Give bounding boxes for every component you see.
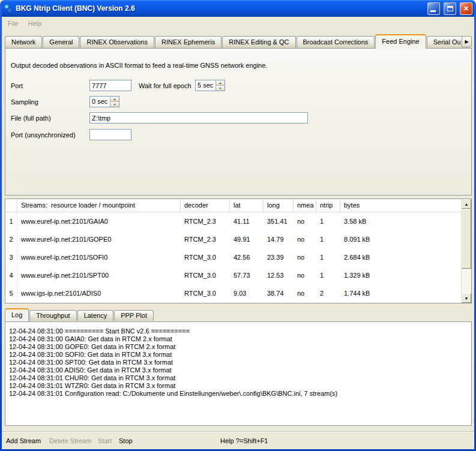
spinner-buttons: ▲ ▼: [215, 80, 224, 91]
stream-row[interactable]: 3 www.euref-ip.net:2101/SOFI0 RTCM_3.0 4…: [5, 248, 461, 266]
cell-bytes: 2.684 kB: [340, 248, 461, 266]
tab-general[interactable]: General: [43, 36, 79, 48]
row-number: 5: [5, 284, 17, 302]
spin-down-icon[interactable]: ▼: [216, 86, 224, 91]
cell-lat: 42.56: [230, 248, 264, 266]
log-line: 12-04-24 08:31:01 CHUR0: Get data in RTC…: [9, 374, 468, 382]
menu-file[interactable]: File: [3, 19, 23, 28]
cell-nmea: no: [294, 230, 316, 248]
log-view[interactable]: 12-04-24 08:31:00 ========== Start BNC v…: [5, 321, 472, 426]
delete-stream-button[interactable]: Delete Stream: [49, 437, 91, 444]
panel-description: Output decoded observations in ASCII for…: [11, 62, 267, 69]
scrollbar-thumb[interactable]: [462, 209, 471, 269]
menu-help[interactable]: Help: [23, 19, 47, 28]
log-line: 12-04-24 08:31:00 ========== Start BNC v…: [9, 327, 468, 335]
stream-row[interactable]: 5 www.igs-ip.net:2101/ADIS0 RTCM_3.0 9.0…: [5, 284, 461, 302]
scrollbar-track[interactable]: [462, 209, 471, 293]
tab-rinex-editing-qc[interactable]: RINEX Editing & QC: [222, 36, 295, 48]
cell-decoder: RTCM_3.0: [181, 284, 230, 302]
tab-bar: Network General RINEX Observations RINEX…: [5, 34, 472, 49]
port-unsync-input[interactable]: [89, 129, 131, 140]
cell-nmea: no: [294, 266, 316, 284]
log-line: 12-04-24 08:31:01 WTZR0: Get data in RTC…: [9, 382, 468, 390]
scroll-up-icon: ▲: [465, 202, 469, 206]
app-icon[interactable]: [4, 4, 13, 13]
cell-ntrip: 1: [316, 230, 340, 248]
tab-rinex-observations[interactable]: RINEX Observations: [80, 36, 154, 48]
log-line: 12-04-24 08:31:00 GOPE0: Get data in RTC…: [9, 343, 468, 351]
sampling-value: 0 sec: [90, 97, 110, 107]
row-number: 2: [5, 230, 17, 248]
cell-nmea: no: [294, 248, 316, 266]
spin-up-icon[interactable]: ▲: [110, 97, 119, 102]
add-stream-button[interactable]: Add Stream: [6, 437, 41, 444]
cell-bytes: 8.091 kB: [340, 230, 461, 248]
cell-lat: 57.73: [230, 266, 264, 284]
spin-down-icon[interactable]: ▼: [110, 102, 119, 107]
cell-decoder: RTCM_3.0: [181, 266, 230, 284]
cell-ntrip: 1: [316, 212, 340, 230]
wait-epoch-label: Wait for full epoch: [139, 82, 191, 89]
stop-button[interactable]: Stop: [119, 437, 133, 444]
sampling-label: Sampling: [11, 98, 38, 106]
streams-table-header: Streams: resource loader / mountpoint de…: [5, 199, 461, 212]
port-label: Port: [11, 82, 23, 89]
scroll-down-button[interactable]: ▼: [462, 293, 471, 303]
port-input[interactable]: [89, 80, 131, 91]
tab-ppp-plot[interactable]: PPP Plot: [114, 310, 154, 321]
sampling-spinbox[interactable]: 0 sec ▲ ▼: [89, 96, 119, 107]
cell-ntrip: 1: [316, 266, 340, 284]
log-line: 12-04-24 08:31:00 SOFI0: Get data in RTC…: [9, 351, 468, 359]
bottom-tab-bar: Log Throughput Latency PPP Plot: [5, 308, 154, 321]
cell-lat: 41.11: [230, 212, 264, 230]
maximize-icon: [447, 6, 453, 11]
cell-mountpoint: www.euref-ip.net:2101/SOFI0: [17, 248, 181, 266]
file-path-label: File (full path): [11, 115, 51, 122]
table-scrollbar[interactable]: ▲ ▼: [461, 199, 471, 303]
minimize-button[interactable]: [427, 2, 440, 15]
tab-scroll-right-button[interactable]: ▶: [462, 36, 472, 47]
cell-long: 12.53: [264, 266, 294, 284]
file-path-input[interactable]: [89, 112, 308, 124]
tab-feed-engine[interactable]: Feed Engine: [375, 34, 426, 49]
tab-throughput[interactable]: Throughput: [29, 310, 76, 321]
cell-decoder: RTCM_2.3: [181, 212, 230, 230]
scroll-down-icon: ▼: [465, 296, 469, 300]
scroll-up-button[interactable]: ▲: [462, 199, 471, 209]
stream-row[interactable]: 4 www.euref-ip.net:2101/SPT00 RTCM_3.0 5…: [5, 266, 461, 284]
cell-lat: 49.91: [230, 230, 264, 248]
col-header-long: long: [264, 199, 294, 212]
cell-mountpoint: www.euref-ip.net:2101/GAIA0: [17, 212, 181, 230]
menu-bar: File Help: [2, 17, 474, 30]
feed-engine-panel: Output decoded observations in ASCII for…: [5, 48, 472, 196]
col-header-nmea: nmea: [294, 199, 316, 212]
spinner-buttons: ▲ ▼: [110, 97, 119, 107]
tab-latency[interactable]: Latency: [77, 310, 114, 321]
chevron-right-icon: ▶: [465, 39, 468, 44]
col-header-decoder: decoder: [181, 199, 230, 212]
col-header-ntrip: ntrip: [316, 199, 340, 212]
tab-log[interactable]: Log: [5, 308, 29, 321]
close-icon: ✕: [463, 5, 469, 12]
cell-bytes: 3.58 kB: [340, 212, 461, 230]
corner-header-cell: [5, 199, 17, 212]
cell-ntrip: 2: [316, 284, 340, 302]
maximize-button[interactable]: [444, 2, 456, 15]
row-number: 3: [5, 248, 17, 266]
streams-table: Streams: resource loader / mountpoint de…: [5, 199, 472, 303]
stream-row[interactable]: 2 www.euref-ip.net:2101/GOPE0 RTCM_2.3 4…: [5, 230, 461, 248]
wait-epoch-spinbox[interactable]: 5 sec ▲ ▼: [195, 80, 225, 91]
tab-network[interactable]: Network: [5, 36, 42, 48]
tab-broadcast-corrections[interactable]: Broadcast Corrections: [297, 36, 375, 48]
port-unsync-label: Port (unsynchronized): [11, 131, 76, 139]
close-button[interactable]: ✕: [460, 2, 472, 15]
start-button[interactable]: Start: [98, 437, 112, 444]
cell-mountpoint: www.euref-ip.net:2101/SPT00: [17, 266, 181, 284]
tab-rinex-ephemeris[interactable]: RINEX Ephemeris: [155, 36, 221, 48]
wait-epoch-value: 5 sec: [196, 80, 215, 91]
spin-up-icon[interactable]: ▲: [216, 80, 224, 86]
title-bar[interactable]: BKG Ntrip Client (BNC) Version 2.6 ✕: [2, 0, 474, 17]
col-header-mountpoint: Streams: resource loader / mountpoint: [17, 199, 181, 212]
stream-row[interactable]: 1 www.euref-ip.net:2101/GAIA0 RTCM_2.3 4…: [5, 212, 461, 230]
log-line: 12-04-24 08:31:00 ADIS0: Get data in RTC…: [9, 366, 468, 374]
